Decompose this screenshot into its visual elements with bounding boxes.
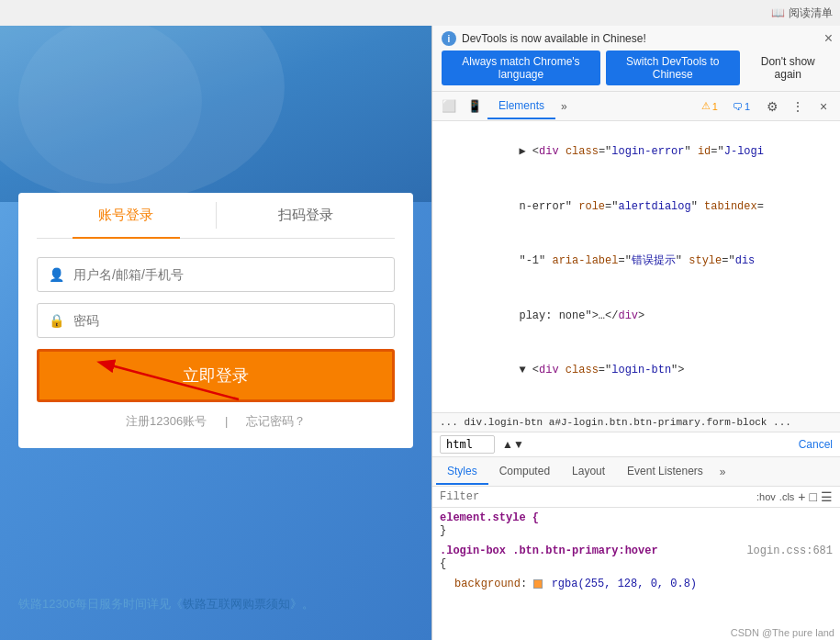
info-icon: i (442, 31, 456, 46)
style-rule-element: element.style { } (440, 511, 833, 537)
filter-icon2[interactable]: ☰ (821, 489, 833, 504)
element-line-1[interactable]: ▶ <div class="login-error" id="J-logi (432, 125, 840, 180)
style-rule-login-box: .login-box .btn.btn-primary:hover login.… (440, 545, 833, 570)
service-info: 铁路12306每日服务时间详见《铁路互联网购票须知》。 (18, 596, 413, 612)
filter-input[interactable] (440, 490, 756, 503)
tab-computed[interactable]: Computed (488, 459, 561, 485)
login-box: 账号登录 扫码登录 👤 🔒 立即登录 注册12306账号 | 忘记密码？ (18, 193, 413, 448)
forgot-password-link[interactable]: 忘记密码？ (239, 414, 313, 428)
devtools-notification: i DevTools is now available in Chinese! … (432, 26, 840, 92)
devtools-toolbar: ⬜ 📱 Elements » ⚠ 1 🗨 1 ⚙ ⋮ × (432, 92, 840, 121)
login-bg (0, 0, 431, 202)
devtools-tabs: Elements » (487, 94, 573, 119)
tab-layout[interactable]: Layout (561, 459, 616, 485)
tab-styles[interactable]: Styles (436, 459, 488, 485)
close-notification-button[interactable]: × (824, 31, 833, 46)
username-input[interactable] (73, 267, 383, 282)
console-row: ▲▼ Cancel (432, 432, 840, 456)
warning-badge[interactable]: ⚠ 1 (696, 98, 723, 114)
link-separator: | (225, 414, 228, 428)
cancel-button[interactable]: Cancel (799, 438, 833, 451)
top-bar: 📖 阅读清单 (0, 0, 840, 26)
switch-to-chinese-button[interactable]: Switch DevTools to Chinese (606, 51, 740, 85)
filter-actions: :hov .cls + □ ☰ (756, 489, 833, 504)
element-line-3[interactable]: "-1" aria-label="错误提示" style="dis (432, 234, 840, 289)
login-panel: 账号登录 扫码登录 👤 🔒 立即登录 注册12306账号 | 忘记密码？ (0, 0, 431, 640)
devtools-right-icons: ⚠ 1 🗨 1 ⚙ ⋮ × (696, 94, 836, 119)
info-badge[interactable]: 🗨 1 (727, 99, 756, 114)
tab-event-listeners[interactable]: Event Listeners (616, 459, 714, 485)
style-selector-login-box: .login-box .btn.btn-primary:hover (440, 545, 658, 557)
styles-panel: element.style { } .login-box .btn.btn-pr… (432, 508, 840, 640)
username-input-group: 👤 (37, 257, 395, 292)
password-input[interactable] (73, 313, 383, 328)
reader-mode-label: 阅读清单 (789, 6, 833, 21)
reader-mode-button[interactable]: 📖 阅读清单 (771, 6, 833, 21)
filter-hov[interactable]: :hov (756, 491, 776, 502)
tab-account-login[interactable]: 账号登录 (37, 193, 216, 238)
bottom-tabs-more[interactable]: » (714, 466, 732, 478)
style-rule-background: background: rgba(255, 128, 0, 0.8) (440, 578, 833, 590)
style-source-login: login.css:681 (746, 545, 833, 557)
console-arrows: ▲▼ (502, 438, 524, 451)
service-link[interactable]: 铁路互联网购票须知 (183, 597, 290, 611)
register-link[interactable]: 注册12306账号 (118, 414, 218, 428)
password-input-group: 🔒 (37, 303, 395, 338)
color-swatch (533, 579, 543, 589)
devtools-panel: i DevTools is now available in Chinese! … (431, 0, 840, 640)
match-language-button[interactable]: Always match Chrome's language (442, 51, 600, 85)
login-footer-links: 注册12306账号 | 忘记密码？ (37, 413, 395, 430)
filter-cls[interactable]: .cls (779, 491, 795, 502)
warning-icon: ⚠ (701, 100, 711, 112)
filter-icon1[interactable]: □ (810, 489, 817, 504)
login-tabs: 账号登录 扫码登录 (37, 193, 395, 239)
tab-elements[interactable]: Elements (487, 94, 555, 119)
element-line-dots[interactable]: ... (432, 399, 840, 412)
console-input[interactable] (440, 435, 495, 454)
device-toggle-icon[interactable]: 📱 (462, 94, 487, 119)
elements-panel: ▶ <div class="login-error" id="J-logi n-… (432, 121, 840, 412)
info-count: 1 (745, 101, 750, 112)
settings-icon[interactable]: ⚙ (759, 94, 785, 119)
devtools-breadcrumb: ... div.login-btn a#J-login.btn.btn-prim… (432, 412, 840, 432)
element-line-4[interactable]: play: none">…</div> (432, 289, 840, 344)
login-button[interactable]: 立即登录 (37, 349, 395, 402)
close-devtools-icon[interactable]: × (811, 94, 836, 119)
cursor-tool-icon[interactable]: ⬜ (436, 94, 462, 119)
style-property-background: background: rgba(255, 128, 0, 0.8) (440, 578, 833, 590)
dont-show-again-button[interactable]: Don't show again (745, 51, 831, 85)
lock-icon: 🔒 (49, 313, 64, 328)
filter-plus[interactable]: + (798, 489, 805, 504)
chat-icon: 🗨 (733, 101, 743, 112)
filter-bar: :hov .cls + □ ☰ (432, 487, 840, 508)
element-line-2[interactable]: n-error" role="alertdialog" tabindex= (432, 180, 840, 235)
notification-info-row: i DevTools is now available in Chinese! (442, 31, 831, 46)
notification-buttons: Always match Chrome's language Switch De… (442, 51, 831, 85)
tab-qr-login[interactable]: 扫码登录 (217, 193, 396, 238)
tabs-more-icon[interactable]: » (555, 100, 573, 113)
more-options-icon[interactable]: ⋮ (785, 94, 811, 119)
bottom-toolbar: Styles Computed Layout Event Listeners » (432, 457, 840, 487)
style-selector-element: element.style { (440, 511, 539, 524)
style-close-brace: } (440, 524, 446, 537)
notification-text: DevTools is now available in Chinese! (462, 32, 646, 45)
breadcrumb-text: ... div.login-btn a#J-login.btn.btn-prim… (440, 417, 791, 428)
devtools-bottom-panel: Styles Computed Layout Event Listeners »… (432, 456, 840, 640)
user-icon: 👤 (49, 267, 64, 282)
csdn-watermark: CSDN @The pure land (725, 625, 840, 640)
reader-mode-icon: 📖 (771, 6, 785, 19)
warning-count: 1 (712, 101, 718, 112)
element-line-5[interactable]: ▼ <div class="login-btn"> (432, 343, 840, 399)
background-value: rgba(255, 128, 0, 0.8) (552, 578, 697, 590)
